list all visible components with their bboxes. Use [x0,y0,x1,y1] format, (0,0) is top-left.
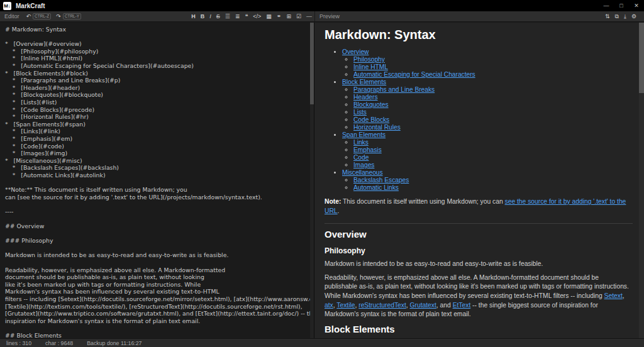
maximize-button[interactable]: □ [614,0,629,11]
status-chars: char : 9648 [45,340,73,346]
preview-tools: ⇅⧉⤓⚙ [602,11,639,22]
export-icon[interactable]: ⤓ [621,11,629,22]
subsection-heading: Philosophy [325,246,633,255]
toc-item: Span ElementsLinksEmphasisCodeImages [342,131,633,168]
toc-link[interactable]: Images [353,162,374,168]
editor-scrollbar-thumb[interactable] [310,23,314,104]
titlebar: M↓ MarkCraft — □ ✕ [0,0,644,11]
preview-link[interactable]: EtText [453,302,471,309]
toc-item: Automatic Links [353,184,633,191]
preview-title: Markdown: Syntax [325,28,633,42]
toc-sublist: LinksEmphasisCodeImages [342,139,633,168]
toc-link[interactable]: Code Blocks [353,116,389,123]
toc-link[interactable]: Backslash Escapes [353,177,409,184]
numbered-list-button[interactable]: ≣ [233,11,243,22]
preview-scrollbar[interactable] [639,23,644,338]
editor-content[interactable]: # Markdown: Syntax * [Overview](#overvie… [0,23,314,338]
toc-link[interactable]: Philosophy [353,56,385,63]
bullet-list-button[interactable]: ☰ [223,11,233,22]
preview-link[interactable]: Textile [336,302,355,309]
toc-link[interactable]: Paragraphs and Line Breaks [353,86,435,93]
text-run: Markdown is intended to be as easy-to-re… [325,260,543,267]
toc-link[interactable]: Block Elements [342,79,386,85]
link-button[interactable]: ⚭ [274,11,284,22]
text-run: This document is itself written using Ma… [341,198,504,205]
toc-link[interactable]: Lists [353,109,367,116]
toc-link[interactable]: Miscellaneous [342,169,383,176]
main-area: # Markdown: Syntax * [Overview](#overvie… [0,23,644,338]
redo-button[interactable]: ↷ CTRL-Y [53,11,84,22]
format-buttons: HBIS☰≣❝</>▦⚭⊞☑— [189,11,314,22]
toc-item: Inline HTML [353,63,633,70]
status-lines: lines : 310 [6,340,31,346]
statusbar: lines : 310 char : 9648 Backup done 11:1… [0,338,644,347]
preview-link[interactable]: Setext [604,292,623,299]
text-run: . [338,207,340,214]
minimize-button[interactable]: — [599,0,614,11]
toc-item: Paragraphs and Line Breaks [353,86,633,93]
text-run: , [623,292,625,299]
checklist-button[interactable]: ☑ [294,11,304,22]
paragraph: Readability, however, is emphasized abov… [325,273,633,319]
settings-icon[interactable]: ⚙ [629,11,639,22]
bold-button[interactable]: B [198,11,208,22]
preview-toolbar: Preview ⇅⧉⤓⚙ [314,11,644,21]
toc-link[interactable]: Blockquotes [353,101,389,108]
toc-link[interactable]: Automatic Escaping for Special Character… [353,71,475,78]
image-button[interactable]: ▦ [264,11,274,22]
sync-scroll-icon[interactable]: ⇅ [602,11,613,22]
redo-icon: ↷ [56,13,61,19]
toc-link[interactable]: Span Elements [342,131,386,138]
heading-button[interactable]: H [189,11,198,22]
toc-link[interactable]: Horizontal Rules [353,124,401,131]
toc-link[interactable]: Overview [342,48,369,55]
window-controls: — □ ✕ [599,0,644,11]
strikethrough-button[interactable]: S [214,11,223,22]
toc-sublist: Backslash EscapesAutomatic Links [342,177,633,191]
editor-scrollbar[interactable] [310,23,314,338]
section-heading: Block Elements [325,324,633,334]
toc-sublist: Paragraphs and Line BreaksHeadersBlockqu… [342,86,633,131]
editor-pane[interactable]: # Markdown: Syntax * [Overview](#overvie… [0,23,314,338]
toc-item: Images [353,162,633,168]
italic-button[interactable]: I [207,11,214,22]
toc-item: OverviewPhilosophyInline HTMLAutomatic E… [342,48,633,78]
toc-item: Links [353,139,633,146]
undo-button[interactable]: ↶ CTRL-Z [24,11,54,22]
quote-button[interactable]: ❝ [242,11,250,22]
table-button[interactable]: ⊞ [284,11,294,22]
toc-item: Horizontal Rules [353,124,633,131]
editor-pane-label: Editor [4,13,19,19]
toc-item: Blockquotes [353,101,633,108]
toc-link[interactable]: Emphasis [353,146,382,153]
toc-link[interactable]: Inline HTML [353,63,388,70]
toc-item: Philosophy [353,56,633,63]
horizontal-rule-button[interactable]: — [304,11,314,22]
toc-item: Code Blocks [353,116,633,123]
toc-link[interactable]: Code [353,154,369,161]
toc-item: Block ElementsParagraphs and Line Breaks… [342,79,633,131]
code-button[interactable]: </> [250,11,264,22]
toc-link[interactable]: Links [353,139,369,146]
close-button[interactable]: ✕ [629,0,644,11]
preview-pane: Markdown: Syntax OverviewPhilosophyInlin… [314,23,644,338]
toc-item: Headers [353,94,633,101]
undo-icon: ↶ [26,13,31,19]
section-divider [325,223,633,224]
preview-link[interactable]: Grutatext [410,302,436,309]
preview-scrollbar-thumb[interactable] [639,23,644,93]
toc-item: Backslash Escapes [353,177,633,184]
markdown-logo-icon: M↓ [3,2,11,10]
app-title: MarkCraft [16,3,45,9]
copy-html-icon[interactable]: ⧉ [613,11,621,22]
paragraph: Markdown is intended to be as easy-to-re… [325,260,633,269]
preview-blocks: OverviewPhilosophyMarkdown is intended t… [325,223,633,338]
redo-shortcut-label: CTRL-Y [63,13,81,19]
toc-link[interactable]: Automatic Links [353,184,399,191]
preview-link[interactable]: reStructuredText [358,302,406,309]
preview-pane-label: Preview [319,13,340,19]
preview-link[interactable]: atx [325,302,333,309]
preview-content[interactable]: Markdown: Syntax OverviewPhilosophyInlin… [314,23,644,338]
toc-item: MiscellaneousBackslash EscapesAutomatic … [342,169,633,191]
toc-link[interactable]: Headers [353,94,378,101]
